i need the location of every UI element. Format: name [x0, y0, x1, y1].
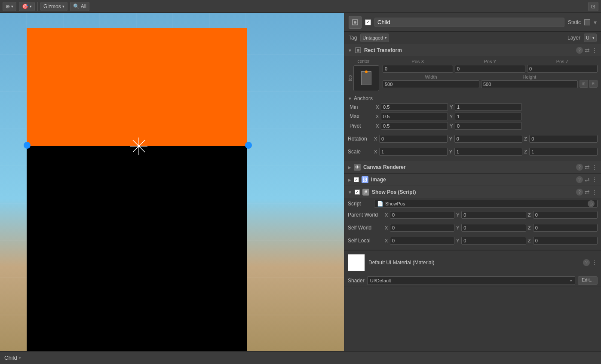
material-preview-swatch[interactable] [348, 254, 365, 271]
pos-x-group: Pos X [383, 59, 453, 73]
self-local-z-input[interactable] [533, 237, 598, 245]
gameobject-name-field[interactable]: Child [374, 18, 564, 27]
toolbar-all[interactable]: 🔍 All [70, 2, 89, 11]
static-checkbox[interactable] [584, 19, 590, 25]
self-local-x-input[interactable] [390, 237, 454, 245]
reset-btn[interactable]: R [589, 80, 598, 88]
rect-transform-more[interactable]: ⋮ [592, 47, 598, 54]
image-active-checkbox[interactable]: ✓ [354, 177, 359, 182]
rot-z-field: Z [524, 135, 598, 143]
scale-x-input[interactable] [379, 148, 448, 156]
show-pos-more[interactable]: ⋮ [592, 189, 598, 196]
anchor-min-y-input[interactable] [455, 103, 522, 111]
show-pos-icon: # [362, 189, 369, 196]
script-target-btn[interactable]: ⊙ [588, 200, 595, 207]
material-more[interactable]: ⋮ [592, 259, 598, 266]
canvas-renderer-settings[interactable]: ⇄ [585, 164, 590, 171]
anchor-max-y-input[interactable] [455, 113, 522, 120]
canvas-renderer-more[interactable]: ⋮ [592, 164, 598, 171]
pivot-handle-right[interactable] [245, 142, 252, 149]
rect-transform-settings[interactable]: ⇄ [585, 47, 590, 54]
rot-x-label: X [374, 136, 378, 141]
toolbar-transform-mode[interactable]: ⊕ ▾ [3, 2, 16, 11]
material-controls: ? ⋮ [583, 259, 598, 266]
self-world-y-label: Y [456, 225, 460, 230]
layer-value: UI [586, 35, 591, 40]
shader-dropdown-arrow[interactable]: ▾ [570, 278, 572, 283]
material-help[interactable]: ? [583, 259, 590, 266]
rot-x-input[interactable] [379, 135, 448, 143]
anchor-max-x-input[interactable] [381, 113, 448, 120]
scale-y-input[interactable] [454, 148, 523, 156]
show-pos-help[interactable]: ? [576, 189, 583, 196]
toolbar-gizmos[interactable]: Gizmos ▾ [40, 2, 67, 11]
layer-dropdown[interactable]: UI ▾ [584, 34, 597, 42]
transform-gizmo[interactable] [128, 135, 150, 157]
image-settings[interactable]: ⇄ [585, 176, 590, 183]
anchor-widget[interactable] [353, 65, 379, 91]
anchor-min-x-input[interactable] [381, 103, 448, 111]
scale-z-input[interactable] [529, 148, 598, 156]
shader-label: Shader [348, 278, 365, 284]
toolbar-expand[interactable]: ⊡ [588, 2, 598, 11]
pivot-x-input[interactable] [381, 122, 448, 130]
rot-z-input[interactable] [529, 135, 598, 143]
rot-y-input[interactable] [454, 135, 523, 143]
anchor-inner [361, 71, 371, 85]
gizmos-label: Gizmos [43, 3, 61, 9]
self-local-y-input[interactable] [461, 237, 526, 245]
parent-world-y-input[interactable] [461, 211, 526, 219]
parent-world-x-input[interactable] [390, 211, 454, 219]
pivot-fields: X Y [376, 122, 596, 130]
scene-viewport[interactable] [0, 13, 344, 351]
rect-transform-header[interactable]: ▼ Rect Transform ? ⇄ ⋮ [344, 44, 601, 56]
self-local-x-field: X [385, 237, 454, 245]
shader-edit-button[interactable]: Edit... [578, 276, 598, 285]
image-header[interactable]: ▶ ✓ 🖼 Image ? ⇄ ⋮ [344, 174, 601, 186]
anchor-min-fields: X Y [376, 103, 596, 111]
self-world-y-input[interactable] [461, 224, 526, 232]
bottom-child-item[interactable]: Child ▾ [4, 355, 21, 361]
height-label: Height [481, 74, 578, 80]
shader-value: UI/Default ▾ [367, 276, 575, 285]
pos-y-field[interactable] [455, 65, 525, 73]
self-world-fields: X Y Z [385, 224, 598, 232]
width-field[interactable] [383, 80, 479, 88]
transform-mode-arrow: ▾ [11, 4, 13, 9]
orange-rect [27, 28, 247, 146]
image-help[interactable]: ? [576, 176, 583, 183]
pos-z-group: Pos Z [527, 59, 598, 73]
svg-point-21 [354, 21, 356, 24]
anchors-title[interactable]: ▼ Anchors [348, 95, 598, 101]
material-name: Default UI Material (Material) [368, 260, 434, 266]
show-pos-header[interactable]: ▼ ✓ # Show Pos (Script) ? ⇄ ⋮ [344, 186, 601, 198]
pos-x-label: Pos X [383, 59, 453, 64]
script-value[interactable]: 📄 ShowPos ⊙ [374, 200, 598, 208]
pos-x-field[interactable] [383, 65, 453, 73]
height-field[interactable] [481, 80, 578, 88]
self-world-x-input[interactable] [390, 224, 454, 232]
rect-transform-icon [355, 47, 362, 54]
parent-world-z-input[interactable] [533, 211, 598, 219]
image-more[interactable]: ⋮ [592, 176, 598, 183]
active-checkbox[interactable]: ✓ [365, 19, 371, 25]
tag-dropdown[interactable]: Untagged ▾ [360, 34, 389, 42]
image-icon-symbol: 🖼 [363, 177, 368, 182]
tag-label: Tag [349, 35, 357, 41]
rot-y-field: Y [449, 135, 523, 143]
bottom-bar: Child ▾ [0, 351, 601, 364]
blueprint-btn[interactable]: ⊞ [580, 80, 588, 88]
canvas-renderer-header[interactable]: ▶ 👁 Canvas Renderer ? ⇄ ⋮ [344, 161, 601, 173]
toolbar-pivot-mode[interactable]: 🎯 ▾ [19, 2, 35, 11]
static-dropdown-arrow[interactable]: ▾ [594, 19, 597, 26]
rect-transform-help[interactable]: ? [576, 47, 583, 54]
self-world-z-input[interactable] [533, 224, 598, 232]
pos-z-field[interactable] [527, 65, 598, 73]
pivot-y-input[interactable] [455, 122, 522, 130]
show-pos-settings[interactable]: ⇄ [585, 189, 590, 196]
show-pos-active-checkbox[interactable]: ✓ [355, 190, 360, 195]
pos-y-label: Pos Y [455, 59, 525, 64]
pivot-handle-left[interactable] [24, 142, 31, 149]
toolbar: ⊕ ▾ 🎯 ▾ Gizmos ▾ 🔍 All ⊡ [0, 0, 601, 13]
canvas-renderer-help[interactable]: ? [576, 164, 583, 171]
